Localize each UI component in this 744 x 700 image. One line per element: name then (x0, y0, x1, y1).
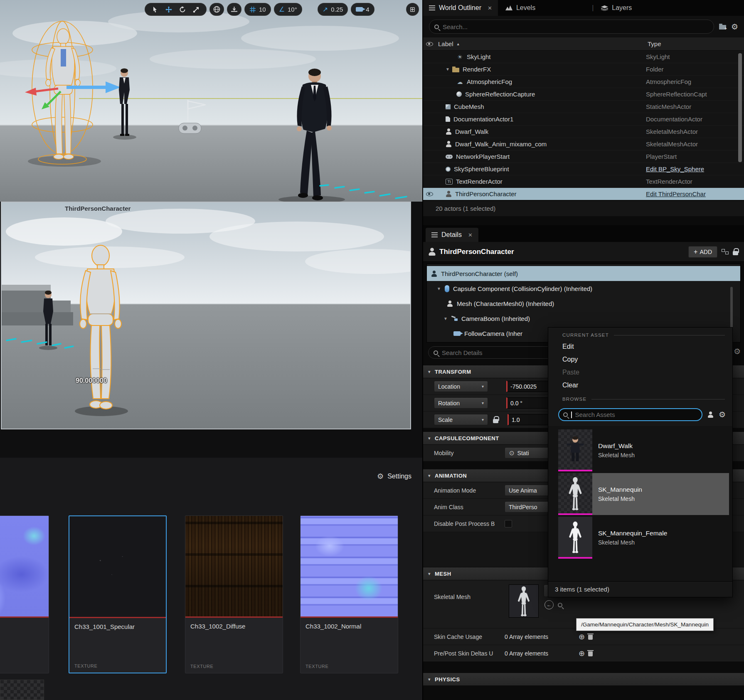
scale-snap-control[interactable]: ↗ 0.25 (318, 3, 348, 16)
add-array-element-icon[interactable]: ⊕ (579, 650, 585, 657)
search-icon (434, 350, 438, 355)
lock-icon[interactable] (733, 251, 738, 255)
outliner-row[interactable]: TtTextRenderActor TextRenderActor (423, 175, 744, 188)
camera-speed-value: 4 (366, 6, 369, 13)
select-tool-button[interactable] (150, 6, 160, 13)
viewport-main[interactable]: 10 ∠ 10° ↗ 0.25 4 ⊞ (0, 0, 422, 202)
asset-tile[interactable]: Ch33_1002_Normal TEXTURE (300, 515, 398, 673)
outliner-row[interactable]: SkySphereBlueprint Edit BP_Sky_Sphere (423, 163, 744, 175)
surface-snap-toggle[interactable] (227, 3, 241, 16)
column-label[interactable]: Label ▲ (436, 40, 648, 47)
asset-list-item[interactable]: Dwarf_Walk Skeletal Mesh (558, 429, 729, 471)
menu-item-clear[interactable]: Clear (548, 379, 732, 392)
outliner-search-input[interactable] (429, 20, 714, 34)
viewport-thirdperson-window[interactable]: ThirdPersonCharacter 90.000000 (1, 202, 411, 429)
outliner-row[interactable]: CubeMesh StaticMeshActor (423, 101, 744, 113)
location-dropdown[interactable]: Location ▾ (434, 381, 488, 392)
rotation-dropdown[interactable]: Rotation ▾ (434, 397, 488, 409)
animation-mode-dropdown[interactable]: Use Anima (505, 485, 554, 496)
asset-tile-selected[interactable]: Ch33_1001_Specular TEXTURE (69, 515, 167, 673)
camera-speed-control[interactable]: 4 (351, 3, 374, 16)
rotate-tool-button[interactable] (177, 6, 188, 13)
tab-details[interactable]: Details ✕ (426, 228, 478, 242)
content-browser-settings-button[interactable]: ⚙ Settings (377, 472, 411, 481)
person-filter-icon[interactable] (707, 412, 714, 418)
outliner-row[interactable]: ▼RenderFX Folder (423, 63, 744, 76)
close-icon[interactable]: ✕ (488, 5, 492, 11)
asset-tile[interactable]: ormal TEXTURE (0, 515, 49, 673)
outliner-row[interactable]: DocumentationActor1 DocumentationActor (423, 113, 744, 126)
edit-blueprint-link[interactable]: Edit BP_Sky_Sphere (646, 165, 742, 173)
edit-blueprint-link[interactable]: Edit ThirdPersonChar (646, 190, 742, 197)
asset-list-item-selected[interactable]: SK_Mannequin Skeletal Mesh (558, 473, 729, 515)
menu-item-edit[interactable]: Edit (548, 340, 732, 353)
outliner-row[interactable]: Dwarf_Walk SkeletalMeshActor (423, 126, 744, 138)
outliner-row[interactable]: NetworkPlayerStart PlayerStart (423, 150, 744, 163)
eye-icon[interactable] (426, 42, 433, 46)
details-options-gear-icon[interactable]: ⚙ (734, 347, 741, 356)
texture-thumbnail (185, 516, 283, 616)
menu-item-copy[interactable]: Copy (548, 353, 732, 366)
outliner-row[interactable]: ☀SkyLight SkyLight (423, 51, 744, 63)
section-physics[interactable]: ▾ PHYSICS (423, 673, 744, 686)
expand-arrow-icon[interactable]: ▼ (437, 286, 441, 291)
scale-dropdown[interactable]: Scale ▾ (434, 414, 488, 425)
texture-thumbnail (301, 516, 398, 616)
checkbox[interactable] (505, 520, 512, 527)
asset-name: Ch33_1002_Diffuse (185, 618, 283, 630)
asset-type-label: TEXTURE (305, 664, 329, 669)
levels-icon (505, 5, 512, 10)
component-row[interactable]: ▼ Capsule Component (CollisionCylinder) … (427, 281, 740, 296)
asset-name: Ch33_1002_Normal (301, 618, 398, 630)
chevron-down-icon: ▾ (428, 473, 431, 478)
add-component-button[interactable]: + ADD (688, 246, 717, 258)
add-array-element-icon[interactable]: ⊕ (579, 633, 585, 641)
component-row-selected[interactable]: ThirdPersonCharacter (self) (427, 266, 740, 281)
trash-icon[interactable] (588, 635, 593, 640)
outliner-list-icon (429, 5, 435, 10)
grid-snap-control[interactable]: 10 (244, 3, 271, 16)
asset-list-item[interactable]: SK_Mannequin_Female Skeletal Mesh (558, 517, 729, 559)
browse-to-asset-icon[interactable] (558, 603, 562, 607)
skin-deltas-row: Pre/Post Skin Deltas U 0 Array elements … (423, 645, 744, 662)
viewport-main-scene (0, 0, 422, 202)
component-row[interactable]: ▼ CameraBoom (Inherited) (427, 311, 740, 326)
outliner-row[interactable]: ☁AtmosphericFog AtmosphericFog (423, 76, 744, 88)
outliner-search-field[interactable] (443, 23, 709, 30)
tab-levels[interactable]: Levels (498, 4, 543, 12)
outliner-row[interactable]: Dwarf_Walk_Anim_mixamo_com SkeletalMeshA… (423, 138, 744, 150)
world-space-toggle[interactable] (209, 3, 224, 16)
asset-type-label: TEXTURE (74, 663, 98, 668)
asset-tile[interactable]: Ch33_1002_Diffuse TEXTURE (185, 515, 283, 673)
outliner-row-selected[interactable]: ThirdPersonCharacter Edit ThirdPersonCha… (423, 188, 744, 200)
outliner-row[interactable]: SphereReflectionCapture SphereReflection… (423, 88, 744, 101)
close-icon[interactable]: ✕ (468, 232, 473, 238)
view-options-gear-icon[interactable]: ⚙ (719, 410, 726, 419)
component-row[interactable]: Mesh (CharacterMesh0) (Inherited) (427, 296, 740, 311)
column-type[interactable]: Type (648, 40, 744, 47)
scale-lock-icon[interactable] (493, 419, 498, 423)
anim-class-dropdown[interactable]: ThirdPerso (505, 501, 554, 513)
skeletal-mesh-color-bar (558, 557, 592, 559)
asset-search-field[interactable] (575, 411, 697, 418)
scale-tool-button[interactable] (191, 6, 202, 13)
document-icon (446, 116, 450, 122)
skeletal-mesh-thumbnail[interactable] (509, 584, 539, 618)
tab-layers[interactable]: Layers (594, 4, 639, 12)
move-tool-button[interactable] (163, 6, 174, 13)
trash-icon[interactable] (588, 651, 593, 656)
tab-world-outliner[interactable]: World Outliner ✕ (423, 0, 498, 16)
blueprint-graph-icon[interactable] (722, 249, 729, 254)
eye-icon[interactable] (426, 192, 433, 196)
outliner-scrollbar[interactable] (738, 53, 742, 162)
expand-arrow-icon[interactable]: ▼ (443, 316, 448, 321)
expand-arrow-icon[interactable]: ▼ (446, 67, 450, 71)
use-selected-asset-button[interactable]: ← (544, 600, 554, 609)
maximize-viewport-button[interactable]: ⊞ (406, 3, 419, 16)
asset-tile-partial[interactable] (0, 680, 44, 700)
new-folder-icon[interactable] (719, 25, 726, 30)
asset-search-input-focused[interactable] (558, 408, 702, 421)
rotation-snap-control[interactable]: ∠ 10° (274, 3, 302, 16)
outliner-settings-gear-icon[interactable]: ⚙ (731, 22, 738, 32)
camera-boom-icon (451, 316, 458, 321)
